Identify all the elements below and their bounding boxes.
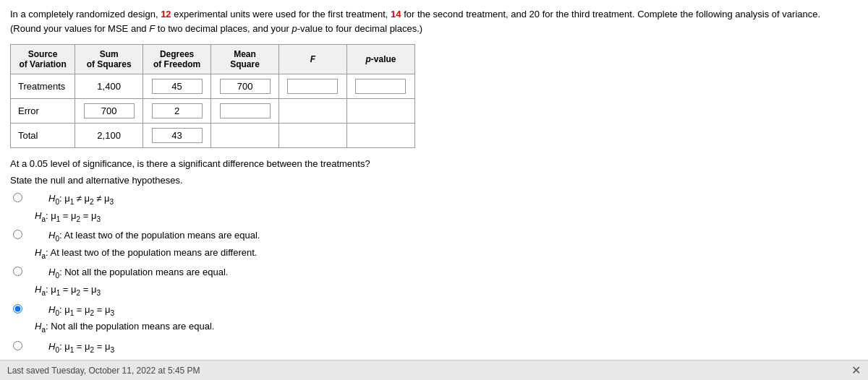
pval-error-cell [346,99,414,124]
f-treatments-input[interactable] [287,79,338,94]
ss-total: 2,100 [75,124,143,148]
col-header-pvalue: p-value [346,45,414,74]
table-row: Total 2,100 [11,124,415,148]
pval-treatments-cell [346,74,414,99]
ms-treatments-input[interactable] [220,79,271,94]
option-3: H0: Not all the population means are equ… [13,265,858,298]
table-row: Error [11,99,415,124]
hypotheses-title: State the null and alternative hypothese… [10,175,858,186]
anova-table: Sourceof Variation Sumof Squares Degrees… [10,44,415,148]
opt1-ha: Ha: μ1 = μ2 = μ3 [35,209,858,225]
table-row: Treatments 1,400 [11,74,415,99]
ss-error-input[interactable] [84,103,135,118]
pval-total-cell [346,124,414,148]
f-error-cell [279,99,347,124]
df-error-input[interactable] [152,103,203,118]
source-error: Error [11,99,75,124]
num1: 12 [161,9,171,20]
ms-treatments-cell [211,74,279,99]
close-button[interactable]: ✕ [851,363,861,377]
ss-treatments: 1,400 [75,74,143,99]
opt2-ha: Ha: At least two of the population means… [35,246,858,262]
opt3-ha: Ha: μ1 = μ2 = μ3 [35,282,858,298]
df-total-cell [143,124,211,148]
col-header-f: F [279,45,347,74]
num2: 14 [391,9,401,20]
opt4-ha: Ha: Not all the population means are equ… [35,319,858,335]
f-total-cell [279,124,347,148]
opt4-h0[interactable]: H0: μ1 = μ2 = μ3 [48,303,114,319]
df-total-input[interactable] [152,128,203,143]
source-treatments: Treatments [11,74,75,99]
ss-error-cell [75,99,143,124]
hypotheses-options: H0: μ1 ≠ μ2 ≠ μ3 Ha: μ1 = μ2 = μ3 H0: At… [13,191,858,372]
col-header-source: Sourceof Variation [11,45,75,74]
ms-error-input[interactable] [220,103,271,118]
source-total: Total [11,124,75,148]
option-4: H0: μ1 = μ2 = μ3 Ha: Not all the populat… [13,303,858,335]
col-header-mean: MeanSquare [211,45,279,74]
opt2-h0[interactable]: H0: At least two of the population means… [48,228,260,244]
option-1: H0: μ1 ≠ μ2 ≠ μ3 Ha: μ1 = μ2 = μ3 [13,191,858,224]
col-header-sum: Sumof Squares [75,45,143,74]
col-header-df: Degreesof Freedom [143,45,211,74]
radio-opt3[interactable] [13,267,22,276]
df-error-cell [143,99,211,124]
f-treatments-cell [279,74,347,99]
ms-total-cell [211,124,279,148]
radio-opt1[interactable] [13,193,22,202]
significance-question: At a 0.05 level of significance, is ther… [10,158,858,169]
radio-opt4[interactable] [13,304,22,314]
option-2: H0: At least two of the population means… [13,228,858,261]
ms-error-cell [211,99,279,124]
opt3-h0[interactable]: H0: Not all the population means are equ… [48,265,228,281]
footer-bar: Last saved Tuesday, October 11, 2022 at … [0,360,868,379]
footer-saved-text: Last saved Tuesday, October 11, 2022 at … [7,366,200,376]
opt5-h0[interactable]: H0: μ1 = μ2 = μ3 [48,340,114,355]
df-treatments-input[interactable] [152,79,203,94]
radio-opt5[interactable] [13,341,22,350]
df-treatments-cell [143,74,211,99]
intro-paragraph: In a completely randomized design, 12 ex… [10,7,858,35]
pval-treatments-input[interactable] [355,79,406,94]
opt1-h0[interactable]: H0: μ1 ≠ μ2 ≠ μ3 [48,191,114,207]
radio-opt2[interactable] [13,230,22,239]
